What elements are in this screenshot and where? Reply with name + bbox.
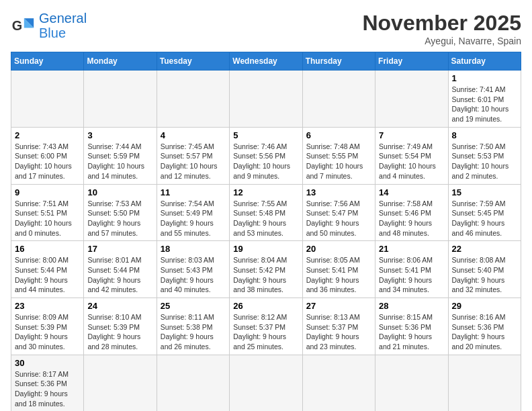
week-row-4: 16Sunrise: 8:00 AM Sunset: 5:44 PM Dayli… [11,241,521,298]
calendar-cell: 30Sunrise: 8:17 AM Sunset: 5:36 PM Dayli… [11,355,84,411]
day-info: Sunrise: 8:00 AM Sunset: 5:44 PM Dayligh… [15,255,80,295]
calendar-cell [157,71,229,128]
day-number: 14 [379,187,444,197]
calendar-cell: 12Sunrise: 7:55 AM Sunset: 5:48 PM Dayli… [230,184,302,241]
day-number: 29 [452,301,517,311]
day-info: Sunrise: 8:04 AM Sunset: 5:42 PM Dayligh… [233,255,298,295]
calendar-cell: 10Sunrise: 7:53 AM Sunset: 5:50 PM Dayli… [84,184,157,241]
weekday-header-thursday: Thursday [302,52,375,71]
day-number: 16 [15,244,80,254]
day-number: 15 [452,187,517,197]
day-number: 1 [452,73,517,83]
calendar-cell: 27Sunrise: 8:13 AM Sunset: 5:37 PM Dayli… [302,298,375,355]
day-number: 17 [87,244,152,254]
calendar-cell: 14Sunrise: 7:58 AM Sunset: 5:46 PM Dayli… [375,184,448,241]
day-number: 10 [87,187,152,197]
day-number: 25 [161,301,226,311]
day-info: Sunrise: 7:46 AM Sunset: 5:56 PM Dayligh… [233,142,298,181]
calendar-cell: 17Sunrise: 8:01 AM Sunset: 5:44 PM Dayli… [84,241,157,298]
page-header: G GeneralBlue November 2025 Ayegui, Nava… [11,11,521,46]
calendar-cell: 21Sunrise: 8:06 AM Sunset: 5:41 PM Dayli… [375,241,448,298]
day-number: 2 [15,130,80,140]
calendar-cell: 7Sunrise: 7:49 AM Sunset: 5:54 PM Daylig… [375,127,448,184]
weekday-header-monday: Monday [84,52,157,71]
day-info: Sunrise: 7:44 AM Sunset: 5:59 PM Dayligh… [87,142,152,181]
day-info: Sunrise: 7:41 AM Sunset: 6:01 PM Dayligh… [452,85,517,124]
calendar-cell: 11Sunrise: 7:54 AM Sunset: 5:49 PM Dayli… [157,184,229,241]
day-info: Sunrise: 7:50 AM Sunset: 5:53 PM Dayligh… [452,142,517,181]
calendar-cell: 16Sunrise: 8:00 AM Sunset: 5:44 PM Dayli… [11,241,84,298]
weekday-header-saturday: Saturday [448,52,521,71]
calendar-cell: 26Sunrise: 8:12 AM Sunset: 5:37 PM Dayli… [230,298,302,355]
day-number: 26 [233,301,298,311]
week-row-5: 23Sunrise: 8:09 AM Sunset: 5:39 PM Dayli… [11,298,521,355]
day-info: Sunrise: 7:51 AM Sunset: 5:51 PM Dayligh… [15,199,80,238]
calendar-cell: 28Sunrise: 8:15 AM Sunset: 5:36 PM Dayli… [375,298,448,355]
day-info: Sunrise: 7:45 AM Sunset: 5:57 PM Dayligh… [161,142,226,181]
day-number: 11 [161,187,226,197]
calendar-cell: 25Sunrise: 8:11 AM Sunset: 5:38 PM Dayli… [157,298,229,355]
calendar-cell [230,355,302,411]
calendar-cell: 1Sunrise: 7:41 AM Sunset: 6:01 PM Daylig… [448,71,521,128]
day-info: Sunrise: 8:17 AM Sunset: 5:36 PM Dayligh… [15,369,80,409]
day-info: Sunrise: 8:03 AM Sunset: 5:43 PM Dayligh… [161,255,226,295]
logo: G GeneralBlue [11,11,87,40]
day-info: Sunrise: 7:53 AM Sunset: 5:50 PM Dayligh… [87,199,152,238]
day-number: 13 [306,187,371,197]
calendar-cell [11,71,84,128]
calendar-cell: 9Sunrise: 7:51 AM Sunset: 5:51 PM Daylig… [11,184,84,241]
day-number: 19 [233,244,298,254]
day-info: Sunrise: 8:06 AM Sunset: 5:41 PM Dayligh… [379,255,444,295]
day-info: Sunrise: 8:15 AM Sunset: 5:36 PM Dayligh… [379,312,444,352]
weekday-header-wednesday: Wednesday [230,52,302,71]
logo-icon: G [11,13,35,38]
calendar-cell: 22Sunrise: 8:08 AM Sunset: 5:40 PM Dayli… [448,241,521,298]
day-info: Sunrise: 7:56 AM Sunset: 5:47 PM Dayligh… [306,199,371,238]
calendar-cell [375,355,448,411]
calendar-cell [84,355,157,411]
title-block: November 2025 Ayegui, Navarre, Spain [362,11,521,46]
logo-text: GeneralBlue [39,11,87,40]
calendar-cell [375,71,448,128]
day-number: 27 [306,301,371,311]
day-info: Sunrise: 8:16 AM Sunset: 5:36 PM Dayligh… [452,312,517,352]
day-info: Sunrise: 7:59 AM Sunset: 5:45 PM Dayligh… [452,199,517,238]
calendar-cell: 15Sunrise: 7:59 AM Sunset: 5:45 PM Dayli… [448,184,521,241]
calendar-cell [84,71,157,128]
calendar-cell: 8Sunrise: 7:50 AM Sunset: 5:53 PM Daylig… [448,127,521,184]
day-info: Sunrise: 8:08 AM Sunset: 5:40 PM Dayligh… [452,255,517,295]
calendar-cell [448,355,521,411]
calendar-cell [157,355,229,411]
calendar-cell: 18Sunrise: 8:03 AM Sunset: 5:43 PM Dayli… [157,241,229,298]
calendar: SundayMondayTuesdayWednesdayThursdayFrid… [11,52,521,411]
day-number: 28 [379,301,444,311]
day-info: Sunrise: 7:54 AM Sunset: 5:49 PM Dayligh… [161,199,226,238]
day-info: Sunrise: 8:12 AM Sunset: 5:37 PM Dayligh… [233,312,298,352]
weekday-header-row: SundayMondayTuesdayWednesdayThursdayFrid… [11,52,521,71]
week-row-3: 9Sunrise: 7:51 AM Sunset: 5:51 PM Daylig… [11,184,521,241]
week-row-1: 1Sunrise: 7:41 AM Sunset: 6:01 PM Daylig… [11,71,521,128]
week-row-6: 30Sunrise: 8:17 AM Sunset: 5:36 PM Dayli… [11,355,521,411]
calendar-cell: 13Sunrise: 7:56 AM Sunset: 5:47 PM Dayli… [302,184,375,241]
calendar-cell: 6Sunrise: 7:48 AM Sunset: 5:55 PM Daylig… [302,127,375,184]
calendar-cell [302,71,375,128]
day-number: 24 [87,301,152,311]
day-number: 9 [15,187,80,197]
calendar-cell: 20Sunrise: 8:05 AM Sunset: 5:41 PM Dayli… [302,241,375,298]
day-info: Sunrise: 7:43 AM Sunset: 6:00 PM Dayligh… [15,142,80,181]
day-info: Sunrise: 8:13 AM Sunset: 5:37 PM Dayligh… [306,312,371,352]
day-number: 7 [379,130,444,140]
day-info: Sunrise: 7:49 AM Sunset: 5:54 PM Dayligh… [379,142,444,181]
day-number: 21 [379,244,444,254]
calendar-cell: 5Sunrise: 7:46 AM Sunset: 5:56 PM Daylig… [230,127,302,184]
day-number: 4 [161,130,226,140]
day-info: Sunrise: 8:05 AM Sunset: 5:41 PM Dayligh… [306,255,371,295]
week-row-2: 2Sunrise: 7:43 AM Sunset: 6:00 PM Daylig… [11,127,521,184]
day-number: 8 [452,130,517,140]
calendar-cell: 3Sunrise: 7:44 AM Sunset: 5:59 PM Daylig… [84,127,157,184]
calendar-cell: 24Sunrise: 8:10 AM Sunset: 5:39 PM Dayli… [84,298,157,355]
day-info: Sunrise: 7:48 AM Sunset: 5:55 PM Dayligh… [306,142,371,181]
day-number: 18 [161,244,226,254]
day-number: 22 [452,244,517,254]
day-number: 6 [306,130,371,140]
